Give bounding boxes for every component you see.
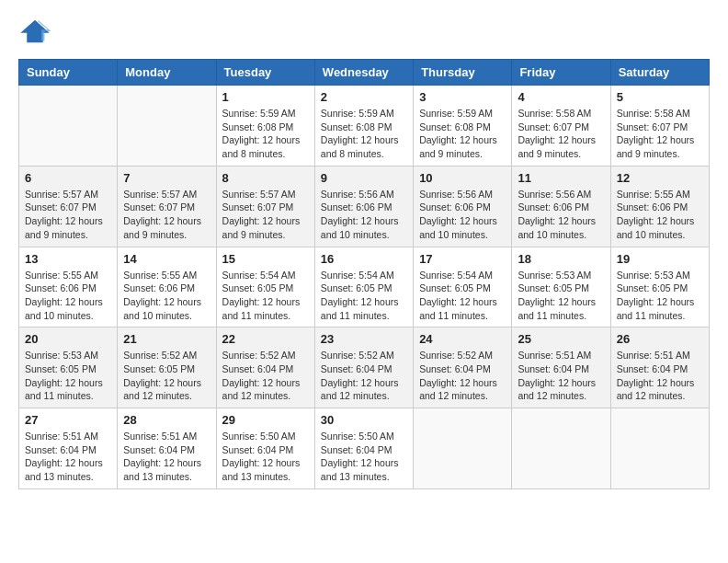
week-row-3: 13Sunrise: 5:55 AM Sunset: 6:06 PM Dayli… (19, 247, 710, 327)
col-header-sunday: Sunday (19, 60, 118, 86)
day-cell: 12Sunrise: 5:55 AM Sunset: 6:06 PM Dayli… (610, 166, 709, 247)
day-number: 11 (518, 171, 604, 185)
day-info: Sunrise: 5:59 AM Sunset: 6:08 PM Dayligh… (419, 107, 506, 161)
day-number: 6 (25, 171, 111, 185)
day-number: 14 (123, 252, 210, 266)
day-number: 12 (617, 171, 703, 185)
day-number: 22 (222, 332, 309, 346)
calendar-header-row: SundayMondayTuesdayWednesdayThursdayFrid… (19, 60, 710, 86)
day-number: 5 (617, 90, 703, 104)
day-cell: 4Sunrise: 5:58 AM Sunset: 6:07 PM Daylig… (512, 86, 610, 167)
day-cell: 14Sunrise: 5:55 AM Sunset: 6:06 PM Dayli… (118, 247, 216, 327)
day-number: 8 (222, 171, 309, 185)
col-header-monday: Monday (118, 60, 216, 86)
day-info: Sunrise: 5:56 AM Sunset: 6:06 PM Dayligh… (518, 188, 604, 242)
logo-icon (18, 18, 51, 44)
day-cell: 11Sunrise: 5:56 AM Sunset: 6:06 PM Dayli… (512, 166, 610, 247)
day-cell: 25Sunrise: 5:51 AM Sunset: 6:04 PM Dayli… (512, 327, 610, 408)
day-cell: 17Sunrise: 5:54 AM Sunset: 6:05 PM Dayli… (414, 247, 512, 327)
day-info: Sunrise: 5:50 AM Sunset: 6:04 PM Dayligh… (321, 430, 407, 484)
day-number: 3 (419, 90, 506, 104)
day-cell: 16Sunrise: 5:54 AM Sunset: 6:05 PM Dayli… (314, 247, 413, 327)
day-info: Sunrise: 5:59 AM Sunset: 6:08 PM Dayligh… (321, 107, 407, 161)
day-info: Sunrise: 5:52 AM Sunset: 6:04 PM Dayligh… (222, 349, 309, 403)
day-info: Sunrise: 5:56 AM Sunset: 6:06 PM Dayligh… (321, 188, 407, 242)
week-row-5: 27Sunrise: 5:51 AM Sunset: 6:04 PM Dayli… (19, 408, 710, 489)
day-number: 28 (123, 413, 210, 427)
day-cell: 5Sunrise: 5:58 AM Sunset: 6:07 PM Daylig… (610, 86, 709, 167)
col-header-friday: Friday (512, 60, 610, 86)
day-number: 23 (321, 332, 407, 346)
day-info: Sunrise: 5:53 AM Sunset: 6:05 PM Dayligh… (617, 269, 703, 323)
day-cell: 27Sunrise: 5:51 AM Sunset: 6:04 PM Dayli… (19, 408, 118, 489)
logo (18, 18, 57, 44)
day-number: 29 (222, 413, 309, 427)
day-cell: 10Sunrise: 5:56 AM Sunset: 6:06 PM Dayli… (414, 166, 512, 247)
day-info: Sunrise: 5:54 AM Sunset: 6:05 PM Dayligh… (419, 269, 506, 323)
day-cell: 24Sunrise: 5:52 AM Sunset: 6:04 PM Dayli… (414, 327, 512, 408)
day-cell: 18Sunrise: 5:53 AM Sunset: 6:05 PM Dayli… (512, 247, 610, 327)
day-info: Sunrise: 5:54 AM Sunset: 6:05 PM Dayligh… (321, 269, 407, 323)
day-cell: 2Sunrise: 5:59 AM Sunset: 6:08 PM Daylig… (314, 86, 413, 167)
day-number: 17 (419, 252, 506, 266)
day-info: Sunrise: 5:52 AM Sunset: 6:05 PM Dayligh… (123, 349, 210, 403)
day-cell: 1Sunrise: 5:59 AM Sunset: 6:08 PM Daylig… (216, 86, 314, 167)
day-number: 26 (617, 332, 703, 346)
day-info: Sunrise: 5:58 AM Sunset: 6:07 PM Dayligh… (617, 107, 703, 161)
day-info: Sunrise: 5:52 AM Sunset: 6:04 PM Dayligh… (419, 349, 506, 403)
day-number: 9 (321, 171, 407, 185)
col-header-tuesday: Tuesday (216, 60, 314, 86)
day-info: Sunrise: 5:53 AM Sunset: 6:05 PM Dayligh… (25, 349, 111, 403)
day-cell: 21Sunrise: 5:52 AM Sunset: 6:05 PM Dayli… (118, 327, 216, 408)
day-cell: 13Sunrise: 5:55 AM Sunset: 6:06 PM Dayli… (19, 247, 118, 327)
day-cell: 22Sunrise: 5:52 AM Sunset: 6:04 PM Dayli… (216, 327, 314, 408)
day-info: Sunrise: 5:51 AM Sunset: 6:04 PM Dayligh… (123, 430, 210, 484)
day-number: 4 (518, 90, 604, 104)
day-info: Sunrise: 5:59 AM Sunset: 6:08 PM Dayligh… (222, 107, 309, 161)
week-row-4: 20Sunrise: 5:53 AM Sunset: 6:05 PM Dayli… (19, 327, 710, 408)
day-cell (512, 408, 610, 489)
day-info: Sunrise: 5:56 AM Sunset: 6:06 PM Dayligh… (419, 188, 506, 242)
day-number: 18 (518, 252, 604, 266)
day-number: 1 (222, 90, 309, 104)
col-header-saturday: Saturday (610, 60, 709, 86)
day-number: 24 (419, 332, 506, 346)
day-info: Sunrise: 5:51 AM Sunset: 6:04 PM Dayligh… (617, 349, 703, 403)
calendar-table: SundayMondayTuesdayWednesdayThursdayFrid… (18, 59, 710, 489)
day-cell: 26Sunrise: 5:51 AM Sunset: 6:04 PM Dayli… (610, 327, 709, 408)
day-cell: 29Sunrise: 5:50 AM Sunset: 6:04 PM Dayli… (216, 408, 314, 489)
day-number: 25 (518, 332, 604, 346)
day-cell: 15Sunrise: 5:54 AM Sunset: 6:05 PM Dayli… (216, 247, 314, 327)
day-info: Sunrise: 5:58 AM Sunset: 6:07 PM Dayligh… (518, 107, 604, 161)
day-number: 13 (25, 252, 111, 266)
day-number: 21 (123, 332, 210, 346)
week-row-1: 1Sunrise: 5:59 AM Sunset: 6:08 PM Daylig… (19, 86, 710, 167)
day-number: 27 (25, 413, 111, 427)
day-number: 30 (321, 413, 407, 427)
day-cell (19, 86, 118, 167)
day-info: Sunrise: 5:57 AM Sunset: 6:07 PM Dayligh… (222, 188, 309, 242)
day-info: Sunrise: 5:57 AM Sunset: 6:07 PM Dayligh… (25, 188, 111, 242)
day-number: 16 (321, 252, 407, 266)
day-number: 19 (617, 252, 703, 266)
day-number: 15 (222, 252, 309, 266)
day-number: 7 (123, 171, 210, 185)
day-cell: 23Sunrise: 5:52 AM Sunset: 6:04 PM Dayli… (314, 327, 413, 408)
day-number: 10 (419, 171, 506, 185)
day-cell (610, 408, 709, 489)
day-info: Sunrise: 5:50 AM Sunset: 6:04 PM Dayligh… (222, 430, 309, 484)
col-header-thursday: Thursday (414, 60, 512, 86)
day-cell: 19Sunrise: 5:53 AM Sunset: 6:05 PM Dayli… (610, 247, 709, 327)
day-info: Sunrise: 5:52 AM Sunset: 6:04 PM Dayligh… (321, 349, 407, 403)
day-info: Sunrise: 5:55 AM Sunset: 6:06 PM Dayligh… (25, 269, 111, 323)
page-header (18, 18, 710, 44)
day-info: Sunrise: 5:55 AM Sunset: 6:06 PM Dayligh… (617, 188, 703, 242)
week-row-2: 6Sunrise: 5:57 AM Sunset: 6:07 PM Daylig… (19, 166, 710, 247)
day-cell (414, 408, 512, 489)
col-header-wednesday: Wednesday (314, 60, 413, 86)
day-info: Sunrise: 5:51 AM Sunset: 6:04 PM Dayligh… (25, 430, 111, 484)
day-info: Sunrise: 5:57 AM Sunset: 6:07 PM Dayligh… (123, 188, 210, 242)
day-cell: 3Sunrise: 5:59 AM Sunset: 6:08 PM Daylig… (414, 86, 512, 167)
day-cell: 9Sunrise: 5:56 AM Sunset: 6:06 PM Daylig… (314, 166, 413, 247)
day-number: 2 (321, 90, 407, 104)
